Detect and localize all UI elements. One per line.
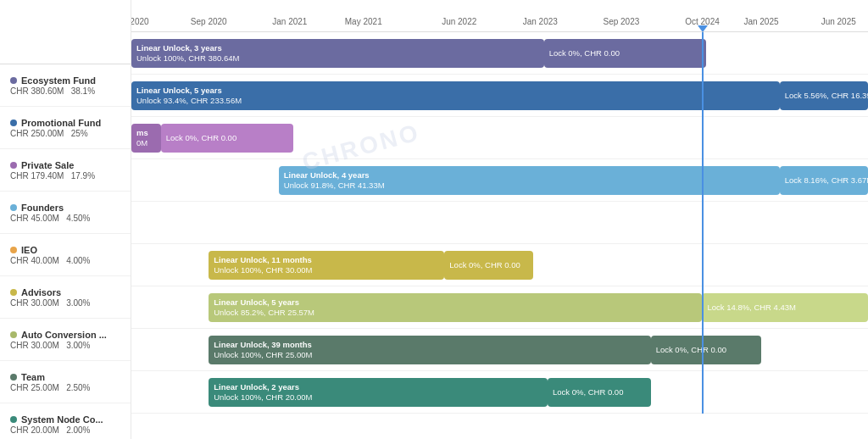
left-row: Ecosystem Fund CHR 380.60M 38.1% (0, 64, 131, 107)
bar: Linear Unlock, 4 yearsUnlock 91.8%, CHR … (279, 166, 780, 195)
timeline-label: Jan 2021 (272, 17, 307, 26)
row-title: Founders (21, 203, 64, 213)
row-title: Promotional Fund (21, 118, 101, 128)
row-name: Private Sale (10, 160, 124, 170)
left-row: Advisors CHR 30.00M 3.00% (0, 276, 131, 319)
right-panel: Jun 2020Sep 2020Jan 2021May 2021Jun 2022… (131, 0, 868, 439)
row-dot (10, 162, 17, 169)
bar-text: Lock 0%, CHR 0.00 (553, 387, 623, 397)
row-dot (10, 331, 17, 338)
row-title: IEO (21, 245, 37, 255)
bar: Lock 0%, CHR 0.00 (444, 251, 532, 280)
timeline-label: Jun 2025 (821, 17, 856, 26)
bar: Lock 0%, CHR 0.00 (161, 124, 293, 153)
left-row: Auto Conversion ... CHR 30.00M 3.00% (0, 319, 131, 361)
timeline-label: Sep 2023 (603, 17, 639, 26)
bar-text: Linear Unlock, 5 yearsUnlock 85.2%, CHR … (214, 297, 314, 319)
bar-text: Lock 8.16%, CHR 3.67M (785, 175, 868, 186)
bar: Linear Unlock, 39 monthsUnlock 100%, CHR… (209, 336, 650, 364)
bar-text: Linear Unlock, 2 yearsUnlock 100%, CHR 2… (214, 382, 312, 403)
bar-text: Linear Unlock, 39 monthsUnlock 100%, CHR… (214, 340, 312, 361)
row-title: System Node Co... (21, 414, 103, 425)
left-row: Promotional Fund CHR 250.00M 25% (0, 107, 131, 149)
row-title: Auto Conversion ... (21, 330, 107, 340)
main-container: Ecosystem Fund CHR 380.60M 38.1% Promoti… (0, 0, 868, 439)
bar: Linear Unlock, 5 yearsUnlock 93.4%, CHR … (131, 81, 780, 110)
row-name: Promotional Fund (10, 118, 124, 128)
bar: Lock 8.16%, CHR 3.67M (780, 166, 868, 195)
bar: Lock 0%, CHR 0.00 (651, 336, 761, 364)
timeline-label: May 2021 (345, 17, 382, 26)
chart-row: Linear Unlock, 5 yearsUnlock 93.4%, CHR … (131, 75, 868, 117)
bar-text: Lock 0%, CHR 0.00 (656, 345, 726, 355)
today-triangle (698, 25, 708, 32)
bar: Lock 14.8%, CHR 4.43M (702, 293, 868, 322)
row-sub: CHR 179.40M 17.9% (10, 171, 124, 181)
bar: Linear Unlock, 5 yearsUnlock 85.2%, CHR … (209, 293, 702, 322)
row-sub: CHR 40.00M 4.00% (10, 256, 124, 265)
row-sub: CHR 45.00M 4.50% (10, 214, 124, 223)
left-row: Team CHR 25.00M 2.50% (0, 361, 131, 403)
timeline-label: Jun 2020 (131, 17, 149, 26)
chart-row: Linear Unlock, 39 monthsUnlock 100%, CHR… (131, 329, 868, 371)
row-name: Advisors (10, 287, 124, 297)
left-row: Private Sale CHR 179.40M 17.9% (0, 149, 131, 192)
row-name: Auto Conversion ... (10, 330, 124, 340)
bar-text: Lock 0%, CHR 0.00 (166, 133, 236, 143)
row-name: IEO (10, 245, 124, 255)
left-panel: Ecosystem Fund CHR 380.60M 38.1% Promoti… (0, 0, 131, 439)
row-sub: CHR 20.00M 2.00% (10, 425, 124, 435)
timeline-label: Jan 2023 (523, 17, 558, 26)
timeline-header: Jun 2020Sep 2020Jan 2021May 2021Jun 2022… (131, 0, 868, 32)
timeline-label: Jun 2022 (442, 17, 476, 26)
chart-row: Linear Unlock, 2 yearsUnlock 100%, CHR 2… (131, 371, 868, 414)
chart-row: Linear Unlock, 5 yearsUnlock 85.2%, CHR … (131, 286, 868, 329)
row-sub: CHR 380.60M 38.1% (10, 86, 124, 96)
row-dot (10, 119, 17, 126)
row-name: Ecosystem Fund (10, 75, 124, 86)
row-sub: CHR 25.00M 2.50% (10, 383, 124, 392)
bar-text: Linear Unlock, 4 yearsUnlock 91.8%, CHR … (284, 170, 385, 192)
row-sub: CHR 30.00M 3.00% (10, 298, 124, 308)
bar: Linear Unlock, 11 monthsUnlock 100%, CHR… (209, 251, 444, 280)
left-header (0, 32, 131, 64)
row-title: Advisors (21, 287, 61, 297)
chart-row (131, 202, 868, 244)
bar: Lock 5.56%, CHR 16.39M (780, 81, 868, 110)
bar-text: ms0M (136, 128, 148, 149)
timeline-label: Sep 2020 (191, 17, 227, 26)
chart-area: Ecosystem Fund CHR 380.60M 38.1% Promoti… (0, 0, 868, 439)
row-dot (10, 247, 17, 253)
left-rows: Ecosystem Fund CHR 380.60M 38.1% Promoti… (0, 64, 131, 439)
row-dot (10, 77, 17, 84)
bar-text: Lock 0%, CHR 0.00 (549, 48, 620, 58)
bar-text: Lock 5.56%, CHR 16.39M (785, 91, 868, 101)
row-dot (10, 289, 17, 296)
chart-row: ms0MLock 0%, CHR 0.00 (131, 117, 868, 159)
bar: Lock 0%, CHR 0.00 (544, 39, 706, 68)
bar-text: Lock 0%, CHR 0.00 (449, 260, 520, 270)
row-title: Ecosystem Fund (21, 75, 96, 86)
left-row: Founders CHR 45.00M 4.50% (0, 192, 131, 234)
row-name: Founders (10, 203, 124, 213)
bar: Lock 0%, CHR 0.00 (548, 378, 651, 407)
chart-row: Linear Unlock, 3 yearsUnlock 100%, CHR 3… (131, 32, 868, 75)
row-sub: CHR 30.00M 3.00% (10, 341, 124, 350)
row-title: Team (21, 372, 45, 382)
bar-text: Linear Unlock, 3 yearsUnlock 100%, CHR 3… (136, 43, 239, 64)
row-title: Private Sale (21, 160, 74, 170)
left-row: IEO CHR 40.00M 4.00% (0, 234, 131, 276)
rows-container: CHRONO Linear Unlock, 3 yearsUnlock 100%… (131, 32, 868, 414)
bar-text: Lock 14.8%, CHR 4.43M (707, 303, 796, 313)
timeline-label: Jan 2025 (743, 17, 778, 26)
bar: Linear Unlock, 3 yearsUnlock 100%, CHR 3… (131, 39, 544, 68)
row-dot (10, 374, 17, 381)
chart-row: Linear Unlock, 4 yearsUnlock 91.8%, CHR … (131, 159, 868, 202)
left-row: System Node Co... CHR 20.00M 2.00% (0, 403, 131, 439)
row-dot (10, 204, 17, 211)
row-name: Team (10, 372, 124, 382)
bar-text: Linear Unlock, 11 monthsUnlock 100%, CHR… (214, 255, 312, 276)
today-line (702, 32, 704, 414)
bar: Linear Unlock, 2 yearsUnlock 100%, CHR 2… (209, 378, 548, 407)
row-name: System Node Co... (10, 414, 124, 425)
